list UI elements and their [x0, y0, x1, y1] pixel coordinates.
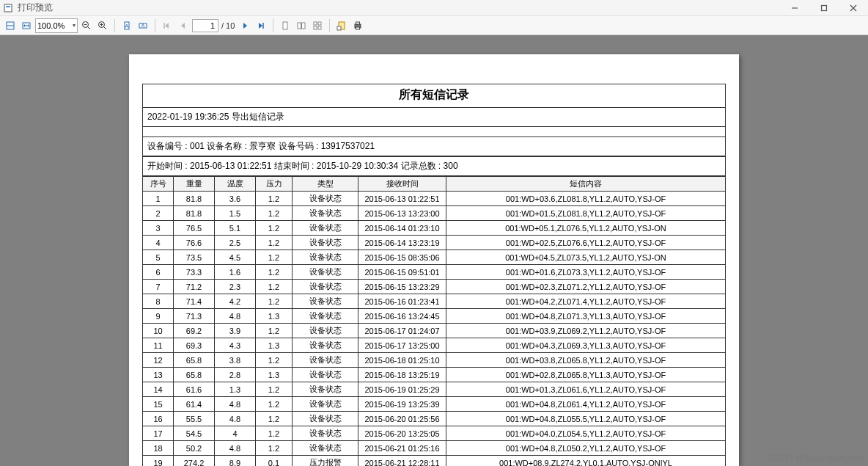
cell-t: 4.8 — [215, 397, 256, 412]
cell-msg: 001:WD+03.8,ZL065.8,YL1.2,AUTO,YSJ-OF — [446, 353, 726, 368]
facing-pages-button[interactable] — [294, 18, 309, 33]
preview-viewport[interactable]: 所有短信记录 2022-01-19 19:36:25 导出短信记录 设备编号 :… — [0, 35, 868, 466]
cell-t: 1.5 — [215, 206, 256, 221]
page-preview: 所有短信记录 2022-01-19 19:36:25 导出短信记录 设备编号 :… — [129, 54, 739, 466]
cell-type: 设备状态 — [293, 250, 358, 265]
cell-w: 81.8 — [174, 192, 215, 206]
table-row: 1850.24.81.2设备状态2015-06-21 01:25:16001:W… — [143, 441, 726, 456]
minimize-button[interactable] — [780, 0, 809, 16]
overview-pages-button[interactable] — [310, 18, 325, 33]
cell-w: 55.5 — [174, 412, 215, 426]
records-table: 序号 重量 温度 压力 类型 接收时间 短信内容 181.83.61.2设备状态… — [142, 176, 726, 466]
cell-p: 1.2 — [256, 324, 293, 338]
cell-p: 1.2 — [256, 192, 293, 206]
table-header-row: 序号 重量 温度 压力 类型 接收时间 短信内容 — [143, 177, 726, 192]
cell-t: 2.8 — [215, 368, 256, 382]
svg-text:A: A — [141, 23, 145, 28]
page-number-input[interactable] — [192, 19, 218, 32]
zoom-value: 100.0% — [37, 21, 65, 30]
zoom-combobox[interactable]: 100.0% ▾ — [35, 18, 78, 33]
cell-msg: 001:WD+04.8,ZL061.4,YL1.2,AUTO,YSJ-OF — [446, 397, 726, 412]
cell-p: 1.2 — [256, 412, 293, 426]
cell-t: 4.8 — [215, 441, 256, 456]
cell-type: 设备状态 — [293, 294, 358, 309]
cell-idx: 15 — [143, 397, 174, 412]
svg-rect-3 — [822, 6, 827, 11]
fit-width-button[interactable] — [19, 18, 34, 33]
cell-t: 4.3 — [215, 338, 256, 353]
table-row: 1561.44.81.2设备状态2015-06-19 13:25:39001:W… — [143, 397, 726, 412]
cell-type: 设备状态 — [293, 353, 358, 368]
cell-time: 2015-06-15 08:35:06 — [358, 250, 446, 265]
landscape-button[interactable]: A — [136, 18, 150, 33]
cell-w: 274.2 — [174, 456, 215, 467]
cell-msg: 001:WD+08.9,ZL274.2,YL0.1,AUTO,YSJ-ON|YL — [446, 456, 726, 467]
close-button[interactable] — [839, 0, 868, 16]
table-row: 1365.82.81.3设备状态2015-06-18 13:25:19001:W… — [143, 368, 726, 382]
cell-p: 1.2 — [256, 206, 293, 221]
print-button[interactable] — [350, 18, 365, 33]
info-block: 设备编号 : 001 设备名称 : 景亨寮 设备号码 : 13917537021… — [142, 137, 726, 176]
cell-idx: 7 — [143, 280, 174, 294]
device-info-line: 设备编号 : 001 设备名称 : 景亨寮 设备号码 : 13917537021 — [143, 137, 725, 156]
fit-page-button[interactable] — [3, 18, 18, 33]
portrait-button[interactable]: A — [119, 18, 134, 33]
titlebar: 打印预览 — [0, 0, 868, 16]
svg-rect-29 — [283, 22, 287, 29]
zoom-out-button[interactable] — [79, 18, 94, 33]
cell-t: 4.8 — [215, 412, 256, 426]
cell-idx: 18 — [143, 441, 174, 456]
svg-marker-23 — [165, 23, 169, 29]
cell-p: 1.2 — [256, 236, 293, 250]
svg-rect-37 — [337, 26, 341, 30]
cell-p: 1.2 — [256, 441, 293, 456]
cell-p: 1.2 — [256, 221, 293, 236]
cell-idx: 12 — [143, 353, 174, 368]
cell-t: 3.6 — [215, 192, 256, 206]
table-row: 871.44.21.2设备状态2015-06-16 01:23:41001:WD… — [143, 294, 726, 309]
col-header-pressure: 压力 — [256, 177, 293, 192]
table-row: 1265.83.81.2设备状态2015-06-18 01:25:10001:W… — [143, 353, 726, 368]
cell-time: 2015-06-13 01:22:51 — [358, 192, 446, 206]
chevron-down-icon: ▾ — [70, 22, 76, 29]
zoom-in-button[interactable] — [95, 18, 110, 33]
cell-w: 50.2 — [174, 441, 215, 456]
cell-idx: 13 — [143, 368, 174, 382]
spacer — [142, 127, 726, 137]
cell-idx: 1 — [143, 192, 174, 206]
cell-t: 1.6 — [215, 265, 256, 280]
cell-w: 73.3 — [174, 265, 215, 280]
cell-time: 2015-06-17 13:25:00 — [358, 338, 446, 353]
cell-p: 1.2 — [256, 250, 293, 265]
cell-time: 2015-06-19 01:25:29 — [358, 382, 446, 397]
prev-page-button[interactable] — [176, 18, 191, 33]
toolbar: 100.0% ▾ A A / 10 — [0, 16, 868, 35]
first-page-button[interactable] — [160, 18, 174, 33]
cell-msg: 001:WD+04.5,ZL073.5,YL1.2,AUTO,YSJ-ON — [446, 250, 726, 265]
cell-t: 5.1 — [215, 221, 256, 236]
cell-w: 65.8 — [174, 368, 215, 382]
cell-time: 2015-06-21 01:25:16 — [358, 441, 446, 456]
table-row: 476.62.51.2设备状态2015-06-14 13:23:19001:WD… — [143, 236, 726, 250]
page-setup-button[interactable] — [334, 18, 349, 33]
separator — [329, 19, 330, 32]
svg-marker-10 — [23, 24, 25, 27]
cell-msg: 001:WD+01.5,ZL081.8,YL1.2,AUTO,YSJ-OF — [446, 206, 726, 221]
svg-rect-1 — [6, 6, 10, 7]
svg-marker-26 — [243, 23, 247, 29]
maximize-button[interactable] — [809, 0, 839, 16]
cell-type: 设备状态 — [293, 426, 358, 441]
col-header-temperature: 温度 — [215, 177, 256, 192]
cell-p: 1.2 — [256, 397, 293, 412]
next-page-button[interactable] — [238, 18, 252, 33]
svg-rect-39 — [356, 22, 360, 24]
cell-idx: 6 — [143, 265, 174, 280]
table-row: 673.31.61.2设备状态2015-06-15 09:51:01001:WD… — [143, 265, 726, 280]
last-page-button[interactable] — [254, 18, 268, 33]
cell-w: 71.4 — [174, 294, 215, 309]
cell-time: 2015-06-16 13:24:45 — [358, 309, 446, 324]
cell-time: 2015-06-20 13:25:05 — [358, 426, 446, 441]
single-page-button[interactable] — [278, 18, 293, 33]
cell-time: 2015-06-20 01:25:56 — [358, 412, 446, 426]
cell-w: 81.8 — [174, 206, 215, 221]
